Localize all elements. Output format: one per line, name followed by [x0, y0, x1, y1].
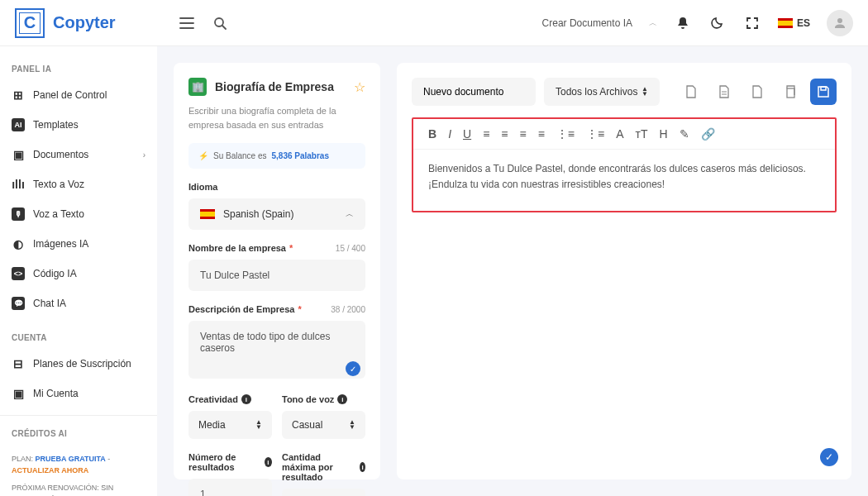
sidebar-item-label: Templates [33, 119, 79, 131]
creativity-label: Creatividad [188, 394, 238, 404]
bell-icon[interactable] [674, 14, 692, 32]
copy-button[interactable] [777, 79, 804, 105]
sidebar-item-texto-voz[interactable]: ıllıTexto a Voz [0, 169, 157, 199]
check-icon: ✓ [346, 361, 360, 376]
editor-panel: Todos los Archivos▲▼ B I U ≡ ≡ ≡ ≡ [397, 63, 851, 479]
align-left-icon[interactable]: ≡ [483, 127, 489, 141]
maxwords-input[interactable] [282, 489, 365, 496]
sidebar-item-label: Chat IA [33, 298, 66, 309]
desc-counter: 38 / 2000 [331, 305, 365, 314]
check-badge-icon[interactable]: ✓ [820, 448, 838, 466]
sidebar-item-label: Voz a Texto [33, 208, 84, 220]
building-icon: 🏢 [188, 78, 207, 96]
code-icon: <> [12, 267, 25, 280]
crear-doc-label[interactable]: Crear Documento IA [542, 17, 632, 29]
tone-label: Tono de voz [282, 394, 334, 404]
form-panel: 🏢 Biografía de Empresa ☆ Escribir una bi… [174, 63, 380, 479]
sidebar-item-chat[interactable]: 💬Chat IA [0, 289, 157, 318]
lang-code: ES [797, 17, 810, 29]
language-selector[interactable]: ES [778, 17, 810, 29]
results-input[interactable] [188, 479, 272, 496]
language-dropdown[interactable]: Spanish (Spain) ︿ [188, 198, 365, 230]
export-txt-button[interactable] [678, 79, 704, 105]
sidebar-item-panel-control[interactable]: ⊞Panel de Control [0, 80, 157, 110]
info-icon[interactable]: i [265, 457, 272, 467]
tone-select[interactable]: Casual▲▼ [282, 411, 365, 439]
user-icon: ▣ [12, 387, 25, 400]
company-name-input[interactable] [188, 260, 365, 291]
flag-es-icon [778, 18, 793, 28]
balance-value: 5,836 Palabras [272, 151, 330, 160]
align-center-icon[interactable]: ≡ [501, 127, 508, 141]
section-cuenta: CUENTA [0, 327, 157, 349]
chevron-up-icon: ︿ [346, 208, 354, 220]
export-doc-button[interactable] [711, 79, 737, 105]
sidebar-item-planes[interactable]: ⊟Planes de Suscripción [0, 349, 157, 379]
editor-toolbar: B I U ≡ ≡ ≡ ≡ ⋮≡ ⋮≡ A тT H ✎ 🔗 [413, 119, 835, 150]
section-creditos: CRÉDITOS AI [0, 422, 157, 445]
flag-es-icon [200, 209, 215, 219]
color-icon[interactable]: ✎ [680, 127, 689, 141]
search-icon[interactable] [211, 14, 229, 32]
bolt-icon: ⚡ [198, 151, 208, 160]
plan-name[interactable]: PRUEBA GRATUITA [36, 455, 106, 463]
align-justify-icon[interactable]: ≡ [538, 127, 545, 141]
sidebar-item-label: Panel de Control [33, 89, 107, 101]
save-button[interactable] [810, 79, 837, 105]
doc-icon: ▣ [12, 148, 25, 161]
svg-rect-2 [821, 87, 826, 90]
align-right-icon[interactable]: ≡ [519, 127, 526, 141]
sidebar-item-label: Imágenes IA [33, 238, 88, 250]
avatar[interactable] [827, 10, 853, 36]
info-icon[interactable]: i [337, 394, 347, 404]
chevron-up-icon[interactable]: ︿ [649, 17, 657, 29]
results-label: Número de resultados [188, 452, 261, 472]
heading-icon[interactable]: H [659, 127, 667, 141]
export-pdf-button[interactable] [744, 79, 770, 105]
folder-select[interactable]: Todos los Archivos▲▼ [544, 78, 660, 106]
balance-box: ⚡ Su Balance es 5,836 Palabras [188, 143, 365, 169]
sidebar-item-label: Planes de Suscripción [33, 358, 131, 370]
menu-icon[interactable] [178, 14, 196, 32]
maxwords-label: Cantidad máxima por resultado [282, 452, 356, 482]
company-desc-input[interactable]: Ventas de todo tipo de dulces caseros [188, 321, 365, 379]
sidebar-item-voz-texto[interactable]: 🎙Voz a Texto [0, 199, 157, 229]
sidebar-item-label: Documentos [33, 149, 88, 160]
ordered-list-icon[interactable]: ⋮≡ [556, 127, 575, 141]
brand-name: Copyter [53, 13, 116, 32]
sidebar-item-codigo[interactable]: <>Código IA [0, 259, 157, 289]
logo[interactable]: C Copyter [15, 8, 116, 38]
form-title: Biografía de Empresa [215, 80, 346, 93]
fullscreen-icon[interactable] [743, 14, 761, 32]
doc-name-input[interactable] [412, 78, 536, 106]
chat-icon: 💬 [12, 297, 25, 310]
sidebar-item-documentos[interactable]: ▣Documentos› [0, 140, 157, 169]
sidebar-item-imagenes[interactable]: ◐Imágenes IA [0, 229, 157, 259]
info-icon[interactable]: i [360, 462, 365, 472]
topbar: C Copyter Crear Documento IA ︿ ES [0, 0, 868, 46]
font-icon[interactable]: A [616, 127, 623, 141]
editor-box: B I U ≡ ≡ ≡ ≡ ⋮≡ ⋮≡ A тT H ✎ 🔗 Bienvenid… [412, 117, 837, 212]
chevron-right-icon: › [143, 150, 145, 160]
unordered-list-icon[interactable]: ⋮≡ [586, 127, 604, 141]
moon-icon[interactable] [708, 14, 727, 32]
bold-icon[interactable]: B [428, 127, 436, 141]
editor-content[interactable]: Bienvenidos a Tu Dulce Pastel, donde enc… [413, 150, 835, 204]
sidebar-item-cuenta[interactable]: ▣Mi Cuenta [0, 379, 157, 408]
logo-letter: C [24, 13, 36, 32]
creativity-select[interactable]: Media▲▼ [188, 411, 272, 439]
image-icon: ◐ [12, 237, 25, 250]
italic-icon[interactable]: I [448, 127, 451, 141]
font-size-icon[interactable]: тT [636, 127, 648, 141]
underline-icon[interactable]: U [463, 127, 471, 141]
wave-icon: ıllı [12, 178, 25, 191]
sidebar-item-templates[interactable]: AITemplates [0, 110, 157, 140]
favorite-icon[interactable]: ☆ [354, 79, 365, 95]
grid-icon: ⊞ [12, 88, 25, 102]
link-icon[interactable]: 🔗 [701, 127, 715, 141]
name-counter: 15 / 400 [336, 244, 365, 253]
info-icon[interactable]: i [241, 394, 251, 404]
lang-label: Idioma [188, 182, 365, 192]
upgrade-link[interactable]: ACTUALIZAR AHORA [12, 466, 88, 475]
ai-icon: AI [12, 118, 25, 131]
